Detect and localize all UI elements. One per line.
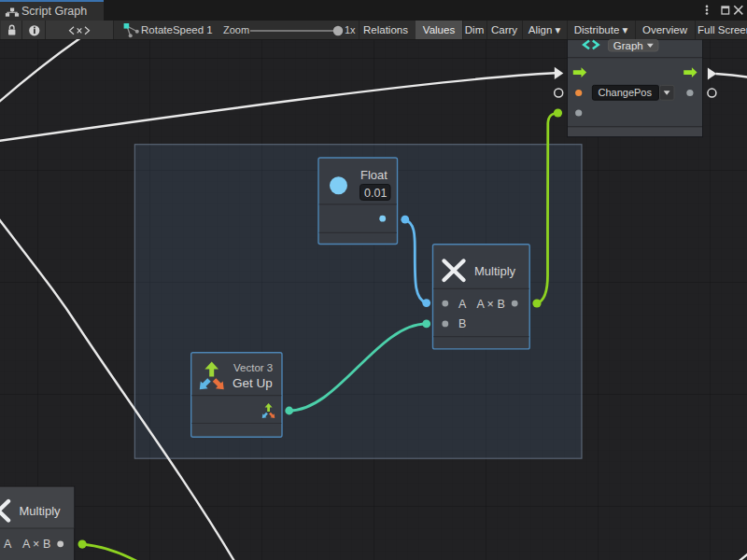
svg-text:B: B bbox=[458, 317, 466, 330]
svg-text:A × B: A × B bbox=[477, 298, 505, 311]
svg-text:Vector 3: Vector 3 bbox=[233, 362, 273, 373]
svg-text:Multiply: Multiply bbox=[20, 504, 62, 518]
svg-text:0.01: 0.01 bbox=[364, 187, 387, 200]
svg-text:A × B: A × B bbox=[22, 538, 50, 551]
svg-text:Float: Float bbox=[360, 168, 388, 182]
svg-text:ChangePos: ChangePos bbox=[599, 87, 653, 98]
svg-text:Multiply: Multiply bbox=[474, 264, 516, 278]
svg-text:A: A bbox=[4, 538, 12, 551]
svg-text:Graph: Graph bbox=[613, 40, 643, 51]
svg-text:A: A bbox=[458, 298, 467, 311]
svg-text:Get Up: Get Up bbox=[233, 376, 273, 390]
